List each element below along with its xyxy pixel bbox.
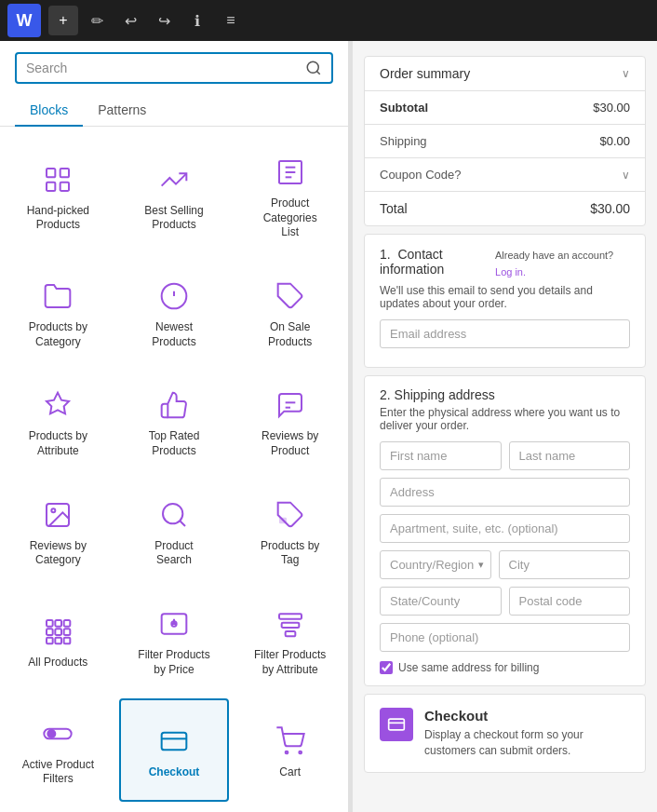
svg-rect-2 — [47, 169, 55, 177]
email-input[interactable] — [380, 319, 630, 348]
shipping-value: $0.00 — [599, 134, 630, 148]
shipping-section-title: 2. Shipping address — [380, 387, 630, 402]
first-name-input[interactable] — [380, 441, 502, 470]
search-input[interactable] — [26, 61, 300, 75]
tab-patterns[interactable]: Patterns — [83, 95, 161, 127]
undo-button[interactable]: ↩ — [115, 6, 145, 35]
shipping-subtitle: Enter the physical address where you wan… — [380, 406, 630, 432]
postal-input[interactable] — [509, 587, 631, 616]
address-input[interactable] — [380, 478, 630, 507]
block-newest-products[interactable]: NewestProducts — [119, 261, 230, 364]
checkout-text: Checkout Display a checkout form so your… — [424, 708, 630, 759]
checkout-card-icon — [380, 708, 413, 741]
search-area — [0, 41, 348, 95]
phone-input[interactable] — [380, 623, 630, 652]
subtotal-value: $30.00 — [593, 101, 630, 115]
svg-rect-5 — [60, 183, 69, 191]
block-cart[interactable]: Cart — [235, 698, 345, 802]
block-label: On SaleProducts — [268, 320, 312, 349]
svg-rect-26 — [56, 629, 62, 635]
block-label: Products byTag — [261, 539, 319, 568]
contact-section-title: 1. Contact information — [380, 247, 495, 277]
block-products-by-tag[interactable]: Products byTag — [235, 480, 345, 583]
billing-checkbox[interactable] — [380, 661, 393, 674]
block-label: Top RatedProducts — [149, 429, 200, 458]
list-view-button[interactable]: ≡ — [216, 6, 246, 35]
block-active-product-filters[interactable]: Active ProductFilters — [3, 698, 114, 802]
redo-button[interactable]: ↪ — [149, 6, 179, 35]
toolbar: W + ✏ ↩ ↪ ℹ ≡ — [0, 0, 657, 41]
block-label: Reviews byCategory — [30, 539, 87, 568]
coupon-row[interactable]: Coupon Code? ∨ — [365, 158, 645, 192]
filter-by-price-icon — [157, 607, 191, 641]
product-categories-icon — [274, 156, 307, 189]
svg-point-0 — [307, 61, 318, 73]
block-label: Reviews byProduct — [261, 429, 318, 458]
block-on-sale-products[interactable]: On SaleProducts — [235, 261, 345, 364]
city-input[interactable] — [499, 550, 631, 579]
subtotal-label: Subtotal — [380, 101, 428, 115]
order-chevron-icon: ∨ — [622, 67, 630, 80]
svg-rect-4 — [47, 183, 55, 191]
svg-point-37 — [48, 730, 56, 738]
svg-rect-42 — [389, 719, 405, 730]
svg-rect-35 — [285, 631, 295, 636]
svg-rect-30 — [64, 638, 71, 644]
block-hand-picked[interactable]: Hand-pickedProducts — [3, 137, 114, 255]
reviews-by-category-icon — [41, 498, 74, 532]
tabs: Blocks Patterns — [0, 95, 348, 127]
svg-rect-22 — [47, 620, 53, 627]
left-panel: Blocks Patterns Hand-pickedProducts — [0, 41, 349, 812]
block-reviews-by-product[interactable]: Reviews byProduct — [235, 370, 345, 473]
block-label: NewestProducts — [152, 320, 195, 349]
login-link[interactable]: Log in. — [495, 266, 526, 277]
on-sale-icon — [274, 279, 307, 313]
block-filter-by-attribute[interactable]: Filter Productsby Attribute — [235, 589, 345, 692]
billing-label: Use same address for billing — [398, 661, 539, 674]
block-product-search[interactable]: ProductSearch — [119, 480, 230, 583]
country-select[interactable]: Country/Region — [380, 550, 491, 579]
products-by-tag-icon — [274, 498, 307, 532]
block-product-categories-list[interactable]: ProductCategoriesList — [235, 137, 345, 255]
search-button[interactable] — [305, 60, 322, 76]
block-label: Filter Productsby Price — [138, 648, 209, 677]
block-checkout[interactable]: Checkout — [119, 698, 230, 802]
svg-rect-24 — [64, 620, 71, 627]
svg-rect-27 — [64, 629, 71, 635]
contact-num: 1. — [380, 247, 391, 262]
svg-line-1 — [316, 71, 319, 74]
svg-rect-25 — [47, 629, 53, 635]
block-label: ProductCategoriesList — [263, 196, 317, 240]
checkout-icon — [157, 724, 191, 758]
order-summary-card: Order summary ∨ Subtotal $30.00 Shipping… — [364, 56, 646, 226]
info-button[interactable]: ℹ — [182, 6, 212, 35]
edit-button[interactable]: ✏ — [82, 6, 112, 35]
last-name-input[interactable] — [509, 441, 631, 470]
block-products-by-category[interactable]: Products byCategory — [3, 261, 114, 364]
state-input[interactable] — [380, 587, 502, 616]
wp-logo-button[interactable]: W — [7, 4, 41, 37]
shipping-label: Shipping — [380, 134, 427, 148]
block-all-products[interactable]: All Products — [3, 589, 114, 692]
block-products-by-attribute[interactable]: Products byAttribute — [3, 370, 114, 473]
block-label: Products byCategory — [29, 320, 87, 349]
cart-icon — [274, 724, 307, 758]
checkout-banner-desc: Display a checkout form so your customer… — [424, 727, 630, 759]
coupon-chevron-icon: ∨ — [622, 169, 630, 182]
svg-rect-21 — [279, 518, 287, 524]
order-summary-header[interactable]: Order summary ∨ — [365, 57, 645, 91]
country-select-wrap: Country/Region ▾ — [380, 550, 491, 587]
block-label: Filter Productsby Attribute — [254, 648, 326, 677]
name-row — [380, 441, 630, 478]
block-filter-by-price[interactable]: Filter Productsby Price — [119, 589, 230, 692]
block-best-selling[interactable]: Best SellingProducts — [119, 137, 230, 255]
block-reviews-by-category[interactable]: Reviews byCategory — [3, 480, 114, 583]
tab-blocks[interactable]: Blocks — [15, 95, 83, 127]
contact-header: 1. Contact information Already have an a… — [380, 246, 630, 280]
svg-rect-3 — [60, 169, 69, 177]
apt-input[interactable] — [380, 514, 630, 543]
add-block-button[interactable]: + — [48, 6, 78, 35]
active-filters-icon — [41, 717, 74, 751]
search-box — [15, 52, 333, 84]
block-top-rated-products[interactable]: Top RatedProducts — [119, 370, 230, 473]
